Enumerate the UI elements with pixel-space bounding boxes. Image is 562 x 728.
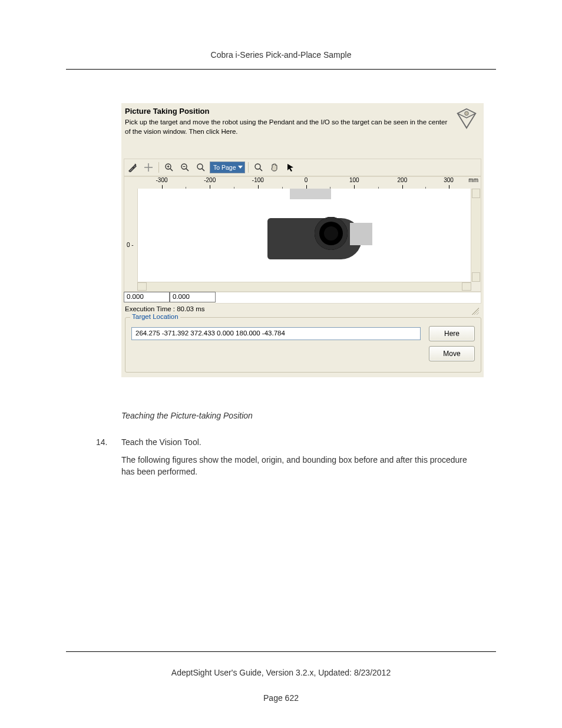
figure-caption: Teaching the Picture-taking Position [121,411,253,420]
coord-x-field[interactable]: 0.000 [124,292,170,302]
vertical-scrollbar[interactable] [471,189,481,282]
pointer-icon[interactable] [283,161,297,174]
camera-image [262,189,379,277]
doc-footer-line: AdeptSight User's Guide, Version 3.2.x, … [66,668,496,677]
step-title: Teach the Vision Tool. [121,437,201,447]
zoom-window-icon[interactable] [252,161,266,174]
zoom-reset-icon[interactable] [194,161,208,174]
ruler-horizontal: mm -300 -200 -100 0 100 200 300 [124,177,481,189]
doc-page-number: Page 622 [66,693,496,703]
scroll-up-icon[interactable] [472,189,480,198]
panel-title: Picture Taking Position [125,107,452,116]
toolbar-separator [158,162,159,173]
here-button[interactable]: Here [429,326,475,341]
target-location-legend: Target Location [130,313,180,320]
config-icon[interactable] [125,161,140,174]
to-page-dropdown[interactable]: To Page [210,162,245,173]
crosshair-icon[interactable] [141,161,156,174]
execution-time-label: Execution Time : [125,305,175,312]
svg-point-5 [197,164,203,169]
adept-logo-icon [455,107,478,129]
picture-taking-panel: Picture Taking Position Pick up the targ… [121,103,484,377]
target-location-group: Target Location 264.275 -371.392 372.433… [125,317,481,373]
execution-time-value: 80.03 ms [177,305,204,312]
panel-description: Pick up the target and move the robot us… [125,118,452,136]
horizontal-scrollbar[interactable] [137,282,471,291]
header-rule [66,69,496,70]
footer-rule [66,651,496,652]
ruler-vertical: 0 - [124,189,137,282]
move-button[interactable]: Move [429,346,475,361]
svg-point-6 [255,164,260,169]
toolbar-separator [248,162,249,173]
coord-y-field[interactable]: 0.000 [170,292,216,302]
zoom-in-icon[interactable] [162,161,176,174]
viewer-toolbar: To Page [124,159,481,176]
target-location-field[interactable]: 264.275 -371.392 372.433 0.000 180.000 -… [131,327,421,340]
ruler-unit: mm [468,177,478,183]
scroll-down-icon[interactable] [472,272,480,282]
step-body: The following figures show the model, or… [121,454,474,478]
scroll-right-icon[interactable] [462,282,471,291]
to-page-label: To Page [213,164,236,171]
vision-viewport[interactable] [137,189,471,282]
svg-point-2 [465,111,469,116]
step-number: 14. [96,437,107,447]
zoom-out-icon[interactable] [178,161,192,174]
scroll-left-icon[interactable] [137,282,147,291]
doc-header: Cobra i-Series Pick-and-Place Sample [66,50,496,60]
pan-hand-icon[interactable] [267,161,282,174]
coord-rest [216,292,481,304]
resize-grip-icon[interactable] [472,308,479,315]
